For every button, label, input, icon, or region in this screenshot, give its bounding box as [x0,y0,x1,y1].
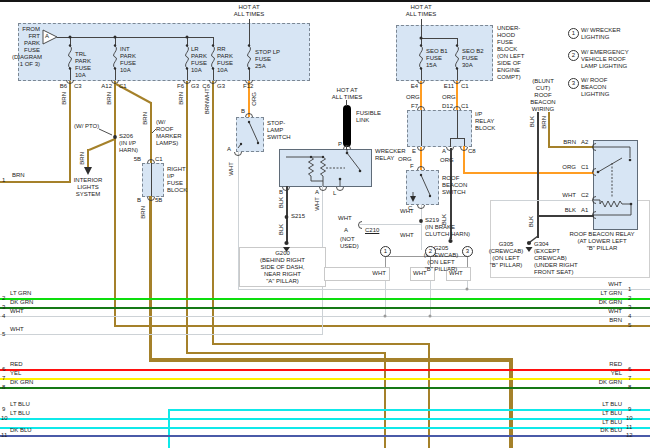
conn-f12: F12 [243,83,259,90]
row-label: WHT [586,281,622,288]
row-label: BRN [586,317,622,324]
row-label: WHT [10,326,24,333]
c210-label: C210 [365,227,379,234]
row-num: 1 [2,177,5,184]
relay-wht-label: WHT [559,192,576,199]
c210-pin-a: A [344,227,348,234]
row-label: LT BLU [586,410,622,417]
hot-at-all-times-mid: HOT AT ALL TIMES [323,87,371,101]
branch-1-wht: WHT [354,270,386,277]
s215-label: S215 [291,213,305,220]
brn-label-interior: BRN [79,152,85,165]
brn-label-int: BRN [106,92,112,105]
s206-label: S206 (IN I/P HARN) [119,133,149,154]
note-3-text: W/ ROOF BEACON LIGHTING [581,77,633,98]
row-num: 10 [1,415,8,422]
wrecker-relay-label: WRECKER RELAY [375,148,415,162]
conn-c1b: C1 [461,83,475,90]
row-label: DK GRN [586,299,622,306]
row-num: 7 [2,375,5,382]
rightip-bot-a: B [130,197,141,204]
row-label: LT BLU [10,401,30,408]
note-3-circle: 3 [568,78,579,89]
rightip-top-a: 5B [128,156,141,163]
seo-b1-fuse-label: SEO B1 FUSE 15A [426,48,452,69]
row-label: BRN [12,172,25,179]
brnwht-label-rr: BRNWHT [204,88,210,114]
blk-label-blunt: BLK [529,116,535,127]
pin-c8: C8 [468,148,482,155]
row-num: 11 [1,432,7,439]
org-label-4: ORG [440,157,454,164]
branch-3-wht: WHT [449,270,463,277]
blunt-cut-label: (BLUNT CUT) ROOF BEACON WIRING [527,78,559,113]
note-1-circle: 1 [568,28,579,39]
lr-park-fuse-label: LR PARK FUSE 10A [191,46,215,74]
conn-d12: D12 [436,103,453,110]
relay-brn-label: BRN [560,139,576,146]
blk-label-wrecker2: BLK [278,224,284,235]
row-num: 11 [626,424,632,431]
wht-label-c210: WHT [338,215,352,222]
row-num: 9 [2,406,5,413]
note-1-text: W/ WRECKER LIGHTING [581,27,647,41]
relay-blk-label: BLK [560,207,576,214]
note-2-circle: 2 [568,50,579,61]
from-frt-park-fuse-label: FROM FRT PARK FUSE (DIAGRAM 1 OF 3) [12,26,40,68]
row-num: 4 [628,313,631,320]
row-label: DK GRN [10,299,33,306]
pin-a: A [436,148,446,155]
trl-park-fuse-label: TRL PARK FUSE 10A [75,51,103,79]
row-label: DK GRN [586,379,622,386]
conn-e11: E11 [438,83,454,90]
relay-org-label: ORG [560,164,576,171]
conn-c1c: C1 [461,103,475,110]
row-label: WHT [586,308,622,315]
row-label: DK BLU [10,427,32,434]
g200-label: G200 (BEHIND RIGHT SIDE OF DASH, NEAR RI… [242,250,323,285]
s219-label: S219 (IN BRAKE CLUTCH HARN) [425,217,471,238]
wht-label-s219-top: WHT [400,208,414,215]
brn-label-marker: BRN [142,112,148,125]
branch-2-wht: WHT [413,270,427,277]
row-label: DK GRN [10,379,33,386]
row-label: LT BLU [586,419,622,426]
roof-switch-pin-f: F [410,163,414,170]
row-num: 5 [2,331,5,338]
fusible-link-label: FUSIBLE LINK [356,110,386,124]
row-num: 1 [628,286,631,293]
row-label: WHT [10,308,24,315]
roof-beacon-relay-label: ROOF BEACON RELAY (AT LOWER LEFT "B" PIL… [556,231,648,252]
hot-at-all-times-left: HOT AT ALL TIMES [225,4,273,18]
brn-label-trl: BRN [61,92,67,105]
row-num: 12 [626,432,633,439]
right-ip-fuse-block-label: RIGHT I/P FUSE BLOCK [167,166,193,194]
conn-b6: B6 [54,83,67,90]
org-label-2: ORG [442,94,456,101]
conn-g3b: G3 [217,83,231,90]
c210-not-used: (NOT USED) [340,236,364,250]
brn-label-thick: BRN [140,206,146,219]
row-label: LT BLU [586,401,622,408]
org-label-stop: ORG [251,92,257,106]
row-num: 7 [628,375,631,382]
row-num: 6 [628,366,631,373]
wrecker-pin-b: B [279,189,283,196]
underhood-label: UNDER- HOOD FUSE BLOCK (ON LEFT SIDE OF … [497,25,539,81]
conn-f7: F7 [404,103,418,110]
row-num: 2 [628,295,631,302]
wht-label-stopout: WHT [228,162,234,176]
int-park-fuse-label: INT PARK FUSE 10A [120,46,144,74]
row-num: 3 [628,304,631,311]
row-num: 8 [628,384,631,391]
row-num: 4 [2,313,5,320]
stop-switch-pin-a: A [227,146,231,153]
blk-label-g305: BLK [528,216,534,227]
branch-3-circle: 3 [462,246,473,257]
row-num: 2 [2,295,5,302]
relay-pin-c1: C1 [581,164,589,171]
rr-park-fuse-label: RR PARK FUSE 10A [217,46,241,74]
triangle-a-label: A [45,33,49,40]
hot-at-all-times-right: HOT AT ALL TIMES [397,4,445,18]
seo-b2-fuse-label: SEO B2 FUSE 30A [462,48,488,69]
